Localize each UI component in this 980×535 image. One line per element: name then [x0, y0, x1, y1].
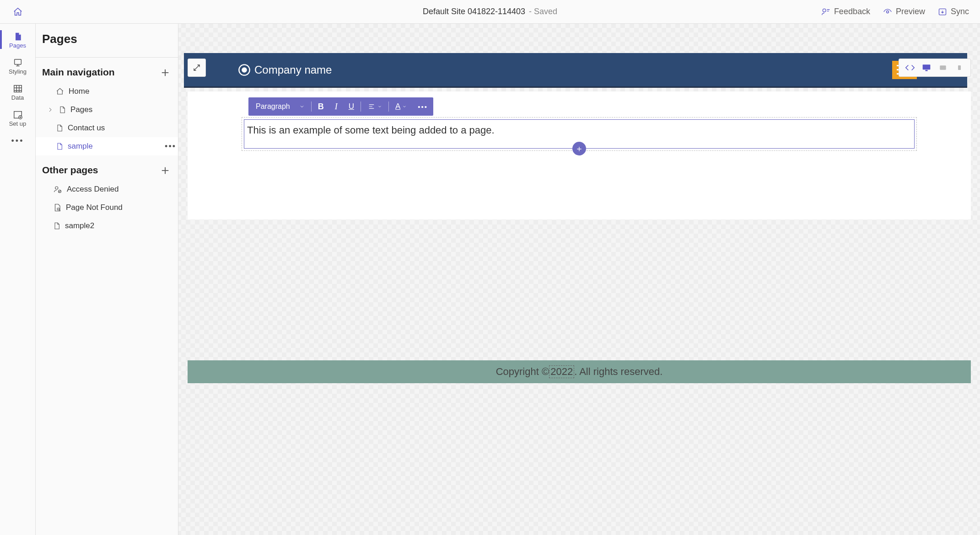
rail-data-label: Data [11, 94, 24, 101]
text-content: This is an example of some text being ad… [247, 124, 495, 136]
nav-item-pages-label: Pages [70, 105, 92, 114]
data-icon [13, 83, 23, 94]
rail-styling-label: Styling [9, 68, 27, 75]
preview-site-header: Company name [184, 53, 967, 88]
svg-rect-4 [14, 86, 22, 92]
saved-indicator: - Saved [529, 7, 557, 16]
tablet-view-button[interactable] [935, 59, 951, 76]
preview-label: Preview [896, 7, 925, 16]
svg-point-0 [823, 9, 826, 12]
home-button[interactable] [0, 0, 36, 23]
add-other-page-button[interactable]: ＋ [159, 164, 172, 177]
align-button[interactable] [362, 97, 388, 116]
add-main-nav-button[interactable]: ＋ [159, 66, 172, 79]
sync-button[interactable]: Sync [938, 7, 969, 16]
svg-point-15 [242, 67, 247, 73]
mobile-view-button[interactable] [951, 59, 968, 76]
other-item-access-denied-label: Access Denied [67, 185, 118, 194]
file-icon [56, 142, 63, 150]
page-body: Paragraph B I U [188, 91, 971, 219]
other-item-not-found[interactable]: Page Not Found [42, 198, 172, 217]
toolbar-divider [311, 102, 312, 112]
svg-point-1 [886, 11, 888, 13]
code-view-button[interactable] [902, 59, 918, 76]
svg-point-9 [57, 208, 59, 210]
rail-data[interactable]: Data [0, 79, 35, 105]
svg-point-7 [55, 187, 58, 189]
preview-button[interactable]: Preview [883, 7, 925, 16]
align-icon [367, 103, 376, 110]
device-switcher [899, 59, 971, 77]
text-block[interactable]: This is an example of some text being ad… [244, 119, 915, 149]
rail-setup-label: Set up [9, 120, 27, 127]
app-topbar: Default Site 041822-114403 - Saved Feedb… [0, 0, 980, 24]
document-title: Default Site 041822-114403 - Saved [423, 7, 557, 16]
styling-icon [13, 57, 23, 68]
feedback-button[interactable]: Feedback [821, 7, 870, 16]
brand[interactable]: Company name [238, 64, 332, 76]
rail-setup[interactable]: Set up [0, 105, 35, 131]
nav-rail: Pages Styling Data Set up ••• [0, 24, 36, 535]
expand-canvas-button[interactable] [188, 59, 206, 77]
more-icon: ••• [11, 135, 24, 146]
file-icon [56, 124, 63, 132]
file-icon [59, 106, 66, 114]
text-editor-toolbar: Paragraph B I U [248, 97, 433, 116]
other-item-access-denied[interactable]: Access Denied [42, 180, 172, 198]
sync-icon [938, 7, 947, 16]
svg-rect-11 [926, 70, 928, 71]
svg-rect-12 [940, 65, 946, 70]
chevron-down-icon [299, 104, 305, 109]
mobile-icon [957, 64, 962, 72]
toolbar-divider [388, 102, 389, 112]
paragraph-style-select[interactable]: Paragraph [248, 97, 310, 116]
user-denied-icon [53, 185, 62, 193]
other-item-sample2[interactable]: sample2 [42, 217, 172, 235]
other-item-not-found-label: Page Not Found [66, 203, 123, 212]
font-color-button[interactable]: A [390, 97, 412, 116]
nav-item-contact-label: Contact us [68, 123, 105, 133]
row-more-button[interactable]: ••• [165, 142, 176, 151]
selected-section[interactable]: Paragraph B I U [242, 117, 917, 151]
feedback-icon [821, 7, 830, 16]
panel-title: Pages [36, 24, 178, 58]
footer-prefix: Copyright © [496, 366, 549, 378]
other-item-sample2-label: sample2 [65, 221, 94, 230]
nav-item-home[interactable]: Home [42, 82, 172, 101]
rail-more[interactable]: ••• [0, 131, 35, 150]
site-name: Default Site 041822-114403 [423, 7, 525, 16]
nav-item-home-label: Home [69, 87, 89, 96]
tablet-icon [938, 64, 948, 71]
file-search-icon [53, 203, 61, 212]
chevron-right-icon [47, 107, 54, 112]
italic-button[interactable]: I [329, 97, 343, 116]
toolbar-divider [361, 102, 361, 112]
toolbar-more-button[interactable]: ••• [412, 97, 433, 116]
nav-item-pages[interactable]: Pages [42, 101, 172, 119]
code-icon [905, 63, 915, 73]
setup-icon [13, 109, 23, 120]
nav-item-contact[interactable]: Contact us [42, 119, 172, 137]
nav-item-sample[interactable]: sample ••• [36, 137, 178, 155]
font-color-glyph: A [395, 102, 400, 111]
rail-pages-label: Pages [9, 42, 26, 49]
add-component-button[interactable]: ＋ [572, 142, 586, 155]
underline-button[interactable]: U [343, 97, 360, 116]
footer-year[interactable]: 2022 [549, 365, 574, 378]
brand-logo-icon [238, 64, 251, 76]
desktop-view-button[interactable] [918, 59, 935, 76]
main-nav-header: Main navigation [42, 67, 115, 78]
desktop-icon [921, 63, 932, 72]
file-icon [53, 222, 60, 230]
feedback-label: Feedback [834, 7, 870, 16]
footer-suffix: . All rights reserved. [574, 366, 662, 378]
rail-styling[interactable]: Styling [0, 53, 35, 79]
design-canvas: Company name Paragraph B I [178, 24, 980, 535]
rail-pages[interactable]: Pages [0, 27, 35, 53]
other-pages-header: Other pages [42, 165, 98, 176]
svg-rect-3 [14, 59, 21, 64]
bold-button[interactable]: B [312, 97, 329, 116]
home-icon [13, 7, 23, 17]
svg-rect-10 [923, 64, 931, 70]
chevron-down-icon [402, 104, 407, 109]
